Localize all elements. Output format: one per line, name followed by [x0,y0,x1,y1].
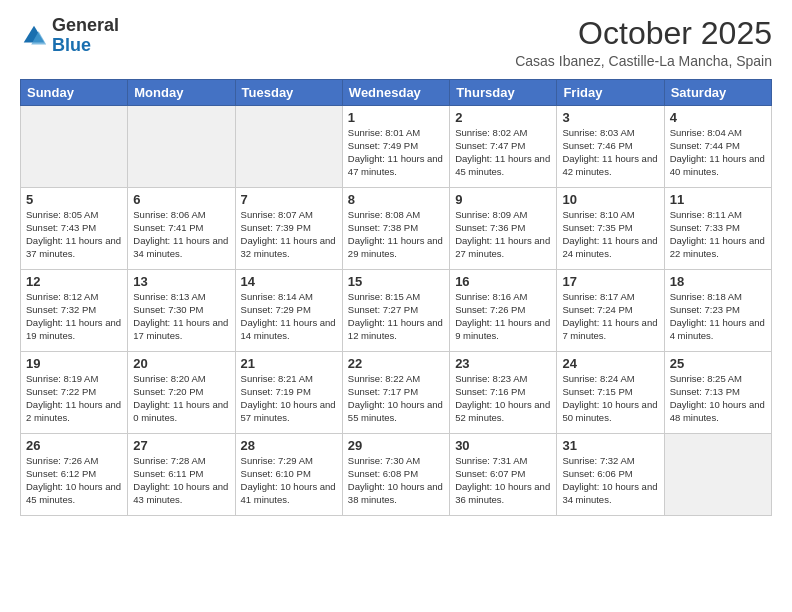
calendar-cell: 5Sunrise: 8:05 AM Sunset: 7:43 PM Daylig… [21,188,128,270]
calendar-week-3: 12Sunrise: 8:12 AM Sunset: 7:32 PM Dayli… [21,270,772,352]
calendar-cell: 20Sunrise: 8:20 AM Sunset: 7:20 PM Dayli… [128,352,235,434]
calendar-cell: 14Sunrise: 8:14 AM Sunset: 7:29 PM Dayli… [235,270,342,352]
calendar-cell: 27Sunrise: 7:28 AM Sunset: 6:11 PM Dayli… [128,434,235,516]
calendar-cell: 12Sunrise: 8:12 AM Sunset: 7:32 PM Dayli… [21,270,128,352]
day-number: 1 [348,110,444,125]
calendar-cell [664,434,771,516]
day-info: Sunrise: 7:28 AM Sunset: 6:11 PM Dayligh… [133,455,229,506]
calendar-cell: 31Sunrise: 7:32 AM Sunset: 6:06 PM Dayli… [557,434,664,516]
day-info: Sunrise: 8:09 AM Sunset: 7:36 PM Dayligh… [455,209,551,260]
day-number: 16 [455,274,551,289]
month-title: October 2025 [515,16,772,51]
calendar-cell: 1Sunrise: 8:01 AM Sunset: 7:49 PM Daylig… [342,106,449,188]
calendar-week-1: 1Sunrise: 8:01 AM Sunset: 7:49 PM Daylig… [21,106,772,188]
day-number: 15 [348,274,444,289]
calendar-cell [21,106,128,188]
page: General Blue October 2025 Casas Ibanez, … [0,0,792,612]
weekday-saturday: Saturday [664,80,771,106]
calendar-cell: 26Sunrise: 7:26 AM Sunset: 6:12 PM Dayli… [21,434,128,516]
header: General Blue October 2025 Casas Ibanez, … [20,16,772,69]
weekday-thursday: Thursday [450,80,557,106]
day-info: Sunrise: 8:01 AM Sunset: 7:49 PM Dayligh… [348,127,444,178]
day-info: Sunrise: 8:22 AM Sunset: 7:17 PM Dayligh… [348,373,444,424]
day-number: 18 [670,274,766,289]
calendar-cell: 7Sunrise: 8:07 AM Sunset: 7:39 PM Daylig… [235,188,342,270]
calendar-cell: 2Sunrise: 8:02 AM Sunset: 7:47 PM Daylig… [450,106,557,188]
day-info: Sunrise: 8:10 AM Sunset: 7:35 PM Dayligh… [562,209,658,260]
day-number: 25 [670,356,766,371]
calendar-cell: 28Sunrise: 7:29 AM Sunset: 6:10 PM Dayli… [235,434,342,516]
calendar-cell: 8Sunrise: 8:08 AM Sunset: 7:38 PM Daylig… [342,188,449,270]
calendar-cell: 18Sunrise: 8:18 AM Sunset: 7:23 PM Dayli… [664,270,771,352]
day-number: 27 [133,438,229,453]
calendar-cell: 11Sunrise: 8:11 AM Sunset: 7:33 PM Dayli… [664,188,771,270]
day-number: 5 [26,192,122,207]
day-info: Sunrise: 8:24 AM Sunset: 7:15 PM Dayligh… [562,373,658,424]
weekday-friday: Friday [557,80,664,106]
day-number: 10 [562,192,658,207]
day-info: Sunrise: 8:13 AM Sunset: 7:30 PM Dayligh… [133,291,229,342]
calendar-cell: 30Sunrise: 7:31 AM Sunset: 6:07 PM Dayli… [450,434,557,516]
calendar-cell: 25Sunrise: 8:25 AM Sunset: 7:13 PM Dayli… [664,352,771,434]
logo-icon [20,22,48,50]
day-info: Sunrise: 7:29 AM Sunset: 6:10 PM Dayligh… [241,455,337,506]
day-info: Sunrise: 7:32 AM Sunset: 6:06 PM Dayligh… [562,455,658,506]
day-number: 22 [348,356,444,371]
day-number: 26 [26,438,122,453]
calendar-cell: 3Sunrise: 8:03 AM Sunset: 7:46 PM Daylig… [557,106,664,188]
calendar-cell: 6Sunrise: 8:06 AM Sunset: 7:41 PM Daylig… [128,188,235,270]
day-info: Sunrise: 8:21 AM Sunset: 7:19 PM Dayligh… [241,373,337,424]
day-number: 13 [133,274,229,289]
logo-blue-text: Blue [52,35,91,55]
day-info: Sunrise: 7:30 AM Sunset: 6:08 PM Dayligh… [348,455,444,506]
day-number: 2 [455,110,551,125]
day-number: 28 [241,438,337,453]
day-info: Sunrise: 8:11 AM Sunset: 7:33 PM Dayligh… [670,209,766,260]
calendar-table: SundayMondayTuesdayWednesdayThursdayFrid… [20,79,772,516]
calendar-cell: 22Sunrise: 8:22 AM Sunset: 7:17 PM Dayli… [342,352,449,434]
calendar-cell [128,106,235,188]
weekday-wednesday: Wednesday [342,80,449,106]
title-block: October 2025 Casas Ibanez, Castille-La M… [515,16,772,69]
day-info: Sunrise: 8:04 AM Sunset: 7:44 PM Dayligh… [670,127,766,178]
calendar-cell: 10Sunrise: 8:10 AM Sunset: 7:35 PM Dayli… [557,188,664,270]
day-info: Sunrise: 8:15 AM Sunset: 7:27 PM Dayligh… [348,291,444,342]
weekday-sunday: Sunday [21,80,128,106]
day-info: Sunrise: 8:18 AM Sunset: 7:23 PM Dayligh… [670,291,766,342]
day-info: Sunrise: 8:05 AM Sunset: 7:43 PM Dayligh… [26,209,122,260]
day-number: 17 [562,274,658,289]
day-info: Sunrise: 8:06 AM Sunset: 7:41 PM Dayligh… [133,209,229,260]
day-info: Sunrise: 8:12 AM Sunset: 7:32 PM Dayligh… [26,291,122,342]
day-number: 6 [133,192,229,207]
day-number: 4 [670,110,766,125]
day-info: Sunrise: 8:25 AM Sunset: 7:13 PM Dayligh… [670,373,766,424]
calendar-week-5: 26Sunrise: 7:26 AM Sunset: 6:12 PM Dayli… [21,434,772,516]
calendar-week-2: 5Sunrise: 8:05 AM Sunset: 7:43 PM Daylig… [21,188,772,270]
day-number: 19 [26,356,122,371]
calendar-cell: 21Sunrise: 8:21 AM Sunset: 7:19 PM Dayli… [235,352,342,434]
weekday-monday: Monday [128,80,235,106]
day-info: Sunrise: 7:26 AM Sunset: 6:12 PM Dayligh… [26,455,122,506]
calendar-cell [235,106,342,188]
day-number: 7 [241,192,337,207]
calendar-week-4: 19Sunrise: 8:19 AM Sunset: 7:22 PM Dayli… [21,352,772,434]
day-info: Sunrise: 8:20 AM Sunset: 7:20 PM Dayligh… [133,373,229,424]
weekday-header-row: SundayMondayTuesdayWednesdayThursdayFrid… [21,80,772,106]
day-number: 12 [26,274,122,289]
calendar-cell: 9Sunrise: 8:09 AM Sunset: 7:36 PM Daylig… [450,188,557,270]
calendar-cell: 16Sunrise: 8:16 AM Sunset: 7:26 PM Dayli… [450,270,557,352]
weekday-tuesday: Tuesday [235,80,342,106]
day-number: 31 [562,438,658,453]
calendar-cell: 29Sunrise: 7:30 AM Sunset: 6:08 PM Dayli… [342,434,449,516]
day-number: 14 [241,274,337,289]
calendar-cell: 4Sunrise: 8:04 AM Sunset: 7:44 PM Daylig… [664,106,771,188]
day-info: Sunrise: 7:31 AM Sunset: 6:07 PM Dayligh… [455,455,551,506]
day-number: 9 [455,192,551,207]
logo-general-text: General [52,15,119,35]
day-info: Sunrise: 8:23 AM Sunset: 7:16 PM Dayligh… [455,373,551,424]
day-number: 30 [455,438,551,453]
calendar-cell: 19Sunrise: 8:19 AM Sunset: 7:22 PM Dayli… [21,352,128,434]
day-number: 20 [133,356,229,371]
day-info: Sunrise: 8:03 AM Sunset: 7:46 PM Dayligh… [562,127,658,178]
calendar-cell: 23Sunrise: 8:23 AM Sunset: 7:16 PM Dayli… [450,352,557,434]
